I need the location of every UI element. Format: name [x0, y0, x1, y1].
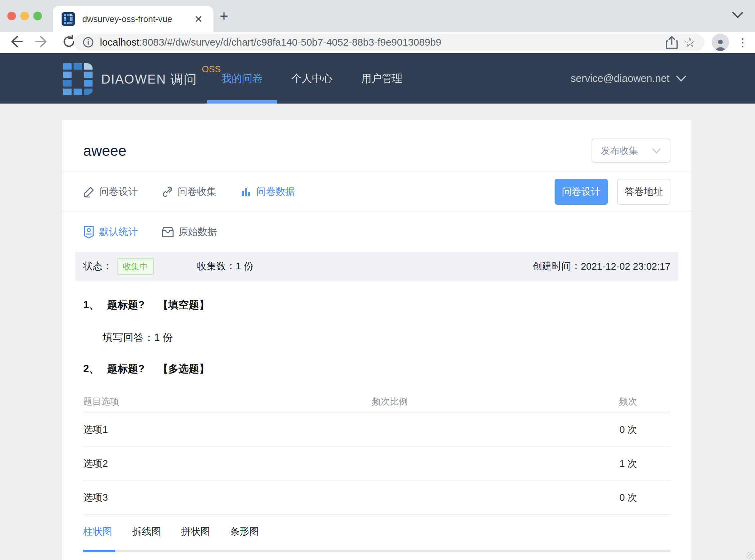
status-badge: 收集中	[117, 258, 154, 275]
account-email: service@diaowen.net	[571, 73, 670, 84]
app-header: DIAOWEN 调问 OSS 我的问卷 个人中心 用户管理 service@di…	[0, 53, 755, 103]
tab-survey-design[interactable]: 问卷设计	[83, 185, 138, 198]
tab-close-icon[interactable]: ✕	[192, 13, 205, 25]
browser-menu-icon[interactable]: ⋮	[737, 34, 744, 50]
frequency-table: 题目选项 频次比例 频次 选项1 0.00% 0 次 选项2 100.00% 1…	[83, 391, 670, 514]
account-menu[interactable]: service@diaowen.net	[571, 53, 687, 103]
diaowen-logo-icon	[63, 63, 93, 95]
survey-card: aweee 发布收集 问卷设计 问卷收集 问卷数据	[62, 120, 691, 560]
subtab-raw-data[interactable]: 原始数据	[162, 225, 217, 239]
question-1-title: 1、 题标题? 【填空题】	[83, 298, 670, 312]
col-header-frequency: 频次	[578, 396, 670, 407]
close-window-icon[interactable]	[7, 12, 16, 20]
question-1-answer: 填写回答：1 份	[103, 331, 670, 345]
bookmark-star-icon[interactable]: ☆	[684, 36, 696, 49]
tab-title: dwsurvey-oss-front-vue	[82, 14, 192, 24]
table-row: 选项2 100.00% 1 次	[83, 446, 670, 480]
tab-survey-collect[interactable]: 问卷收集	[162, 185, 217, 198]
browser-tab-strip: dwsurvey-oss-front-vue ✕ +	[0, 0, 755, 32]
maximize-window-icon[interactable]	[33, 12, 42, 20]
publish-collect-select[interactable]: 发布收集	[592, 139, 670, 163]
select-chevron-icon	[652, 147, 661, 154]
option-label: 选项2	[83, 457, 372, 471]
chart-tab-column[interactable]: 柱状图	[83, 525, 112, 550]
tab-survey-data[interactable]: 问卷数据	[240, 185, 295, 198]
stats-subtabs: 默认统计 原始数据	[83, 212, 670, 252]
nav-item-personal-center[interactable]: 个人中心	[277, 53, 347, 103]
option-label: 选项1	[83, 423, 372, 437]
question-2-title: 2、 题标题? 【多选题】	[83, 362, 670, 376]
share-icon[interactable]	[666, 36, 678, 49]
account-chevron-icon	[675, 75, 687, 83]
nav-item-user-management[interactable]: 用户管理	[347, 53, 417, 103]
minimize-window-icon[interactable]	[20, 12, 29, 20]
new-tab-button[interactable]: +	[220, 11, 228, 21]
url-host: localhost	[100, 37, 139, 47]
forward-icon[interactable]	[35, 35, 49, 48]
url-path: :8083/#/dw/survey/d/chart/c98fa140-50b7-…	[139, 37, 441, 47]
url-text: localhost:8083/#/dw/survey/d/chart/c98fa…	[100, 37, 660, 48]
table-row: 选项3 0.00% 0 次	[83, 480, 670, 514]
option-label: 选项3	[83, 491, 372, 504]
chart-tabs-active-indicator	[83, 550, 115, 552]
back-icon[interactable]	[9, 35, 23, 48]
status-bar: 状态： 收集中 收集数： 1 份 创建时间： 2021-12-02 23:02:…	[75, 252, 678, 281]
survey-tabs: 问卷设计 问卷收集 问卷数据 问卷设计 答卷地址	[83, 172, 670, 212]
survey-design-button[interactable]: 问卷设计	[555, 179, 608, 205]
col-header-option: 题目选项	[83, 396, 372, 407]
answer-url-button[interactable]: 答卷地址	[617, 179, 670, 205]
nav-item-my-surveys[interactable]: 我的问卷	[207, 53, 277, 103]
collect-count-value: 1 份	[236, 260, 253, 273]
site-favicon	[62, 12, 75, 26]
window-resize-grip[interactable]	[747, 552, 754, 559]
table-header-row: 题目选项 频次比例 频次	[83, 391, 670, 413]
archive-box-icon	[162, 226, 174, 238]
main-nav: 我的问卷 个人中心 用户管理	[207, 53, 417, 103]
subtab-default-stats[interactable]: 默认统计	[83, 225, 138, 239]
frequency-value: 0 次	[578, 423, 670, 437]
page-info-icon[interactable]	[83, 37, 94, 48]
publish-collect-value: 发布收集	[601, 144, 638, 157]
page-background: aweee 发布收集 问卷设计 问卷收集 问卷数据	[0, 103, 755, 560]
browser-tab[interactable]: dwsurvey-oss-front-vue ✕	[53, 6, 213, 32]
browser-toolbar: localhost:8083/#/dw/survey/d/chart/c98fa…	[0, 32, 755, 53]
tab-search-chevron-icon[interactable]	[731, 10, 744, 20]
status-label: 状态：	[83, 260, 112, 273]
bar-chart-icon	[240, 186, 252, 197]
survey-title: aweee	[83, 142, 126, 159]
created-time-value: 2021-12-02 23:02:17	[581, 261, 670, 272]
chart-tab-line[interactable]: 拆线图	[132, 525, 161, 550]
url-bar[interactable]: localhost:8083/#/dw/survey/d/chart/c98fa…	[74, 34, 705, 51]
question-1-answer-count: 1 份	[154, 332, 173, 343]
collect-count-label: 收集数：	[197, 260, 236, 273]
brand-logo[interactable]: DIAOWEN 调问 OSS	[63, 62, 221, 95]
link-icon	[162, 186, 173, 197]
chart-type-tabs: 柱状图 拆线图 拼状图 条形图	[83, 514, 670, 552]
frequency-value: 0 次	[578, 491, 670, 504]
chart-tab-bar[interactable]: 条形图	[230, 525, 259, 550]
chart-tabs-track	[83, 550, 670, 552]
created-time-label: 创建时间：	[533, 260, 581, 273]
profile-avatar[interactable]	[712, 34, 729, 51]
stats-badge-icon	[83, 226, 95, 238]
col-header-percent: 频次比例	[372, 396, 578, 407]
pencil-icon	[83, 186, 95, 197]
frequency-value: 1 次	[578, 457, 670, 471]
brand-name: DIAOWEN 调问	[101, 71, 197, 88]
window-controls[interactable]	[7, 12, 42, 20]
table-row: 选项1 0.00% 0 次	[83, 413, 670, 446]
chart-tab-pie[interactable]: 拼状图	[181, 525, 210, 550]
